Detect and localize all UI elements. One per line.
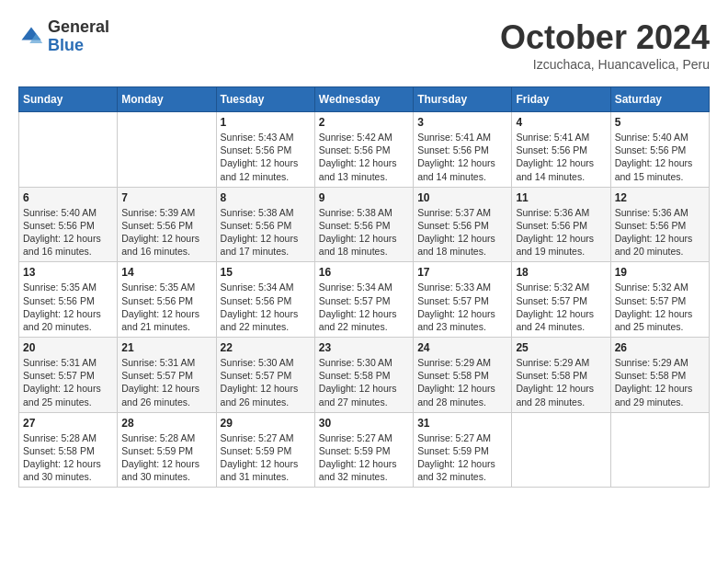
day-info: Sunrise: 5:40 AM Sunset: 5:56 PM Dayligh… [615, 131, 705, 183]
day-number: 27 [23, 417, 113, 430]
calendar-cell: 30Sunrise: 5:27 AM Sunset: 5:59 PM Dayli… [314, 412, 413, 488]
calendar-cell: 2Sunrise: 5:42 AM Sunset: 5:56 PM Daylig… [314, 112, 413, 188]
day-of-week-header: Monday [118, 87, 216, 112]
calendar-cell: 13Sunrise: 5:35 AM Sunset: 5:56 PM Dayli… [19, 262, 118, 338]
day-number: 10 [417, 191, 507, 204]
day-info: Sunrise: 5:33 AM Sunset: 5:57 PM Dayligh… [417, 281, 507, 333]
day-number: 7 [121, 191, 211, 204]
day-info: Sunrise: 5:29 AM Sunset: 5:58 PM Dayligh… [516, 356, 606, 408]
day-of-week-header: Thursday [414, 87, 512, 112]
calendar-cell: 22Sunrise: 5:30 AM Sunset: 5:57 PM Dayli… [216, 338, 314, 413]
calendar-cell: 14Sunrise: 5:35 AM Sunset: 5:56 PM Dayli… [118, 262, 216, 338]
calendar-cell: 26Sunrise: 5:29 AM Sunset: 5:58 PM Dayli… [610, 338, 709, 413]
day-number: 19 [615, 266, 705, 279]
day-info: Sunrise: 5:38 AM Sunset: 5:56 PM Dayligh… [221, 206, 311, 259]
day-info: Sunrise: 5:42 AM Sunset: 5:56 PM Dayligh… [319, 131, 409, 183]
calendar-cell: 11Sunrise: 5:36 AM Sunset: 5:56 PM Dayli… [512, 187, 610, 262]
calendar-table: SundayMondayTuesdayWednesdayThursdayFrid… [18, 86, 710, 488]
day-info: Sunrise: 5:31 AM Sunset: 5:57 PM Dayligh… [23, 356, 113, 408]
day-number: 25 [516, 341, 606, 354]
calendar-cell: 21Sunrise: 5:31 AM Sunset: 5:57 PM Dayli… [118, 338, 216, 413]
day-number: 14 [121, 266, 211, 279]
calendar-cell [512, 412, 610, 488]
calendar-cell: 15Sunrise: 5:34 AM Sunset: 5:56 PM Dayli… [216, 262, 314, 338]
calendar-cell: 8Sunrise: 5:38 AM Sunset: 5:56 PM Daylig… [216, 187, 314, 262]
logo-blue-text: Blue [48, 37, 109, 55]
logo-general-text: General [48, 18, 109, 37]
calendar-cell: 19Sunrise: 5:32 AM Sunset: 5:57 PM Dayli… [610, 262, 709, 338]
day-number: 6 [23, 191, 113, 204]
calendar-cell: 27Sunrise: 5:28 AM Sunset: 5:58 PM Dayli… [19, 412, 118, 488]
day-info: Sunrise: 5:37 AM Sunset: 5:56 PM Dayligh… [417, 206, 507, 259]
calendar-cell: 28Sunrise: 5:28 AM Sunset: 5:59 PM Dayli… [118, 412, 216, 488]
day-info: Sunrise: 5:29 AM Sunset: 5:58 PM Dayligh… [417, 356, 507, 408]
day-number: 11 [516, 191, 606, 204]
day-number: 30 [319, 417, 409, 430]
calendar-cell: 18Sunrise: 5:32 AM Sunset: 5:57 PM Dayli… [512, 262, 610, 338]
day-number: 3 [417, 116, 507, 129]
logo: General Blue [18, 18, 109, 55]
day-info: Sunrise: 5:39 AM Sunset: 5:56 PM Dayligh… [121, 206, 211, 259]
day-info: Sunrise: 5:27 AM Sunset: 5:59 PM Dayligh… [221, 431, 311, 484]
calendar-cell: 20Sunrise: 5:31 AM Sunset: 5:57 PM Dayli… [19, 338, 118, 413]
day-of-week-header: Wednesday [314, 87, 413, 112]
day-number: 26 [615, 341, 705, 354]
calendar-cell: 4Sunrise: 5:41 AM Sunset: 5:56 PM Daylig… [512, 112, 610, 188]
day-info: Sunrise: 5:29 AM Sunset: 5:58 PM Dayligh… [615, 356, 705, 408]
day-info: Sunrise: 5:28 AM Sunset: 5:58 PM Dayligh… [23, 431, 113, 484]
day-of-week-header: Friday [512, 87, 610, 112]
day-number: 13 [23, 266, 113, 279]
day-number: 22 [221, 341, 311, 354]
day-number: 24 [417, 341, 507, 354]
day-number: 18 [516, 266, 606, 279]
day-number: 12 [615, 191, 705, 204]
day-number: 16 [319, 266, 409, 279]
calendar-cell: 3Sunrise: 5:41 AM Sunset: 5:56 PM Daylig… [414, 112, 512, 188]
calendar-cell: 1Sunrise: 5:43 AM Sunset: 5:56 PM Daylig… [216, 112, 314, 188]
day-number: 28 [121, 417, 211, 430]
day-number: 20 [23, 341, 113, 354]
page-header: General Blue October 2024 Izcuchaca, Hua… [18, 18, 710, 72]
day-info: Sunrise: 5:43 AM Sunset: 5:56 PM Dayligh… [221, 131, 311, 183]
day-info: Sunrise: 5:34 AM Sunset: 5:56 PM Dayligh… [221, 281, 311, 333]
day-number: 29 [221, 417, 311, 430]
calendar-cell: 6Sunrise: 5:40 AM Sunset: 5:56 PM Daylig… [19, 187, 118, 262]
day-number: 31 [417, 417, 507, 430]
day-of-week-header: Sunday [19, 87, 118, 112]
day-number: 15 [221, 266, 311, 279]
calendar-cell: 5Sunrise: 5:40 AM Sunset: 5:56 PM Daylig… [610, 112, 709, 188]
calendar-cell: 23Sunrise: 5:30 AM Sunset: 5:58 PM Dayli… [314, 338, 413, 413]
day-number: 2 [319, 116, 409, 129]
calendar-cell: 17Sunrise: 5:33 AM Sunset: 5:57 PM Dayli… [414, 262, 512, 338]
day-info: Sunrise: 5:36 AM Sunset: 5:56 PM Dayligh… [615, 206, 705, 259]
day-number: 8 [221, 191, 311, 204]
day-info: Sunrise: 5:36 AM Sunset: 5:56 PM Dayligh… [516, 206, 606, 259]
day-info: Sunrise: 5:35 AM Sunset: 5:56 PM Dayligh… [121, 281, 211, 333]
calendar-cell [118, 112, 216, 188]
day-info: Sunrise: 5:40 AM Sunset: 5:56 PM Dayligh… [23, 206, 113, 259]
day-info: Sunrise: 5:27 AM Sunset: 5:59 PM Dayligh… [319, 431, 409, 484]
day-info: Sunrise: 5:34 AM Sunset: 5:57 PM Dayligh… [319, 281, 409, 333]
calendar-cell: 9Sunrise: 5:38 AM Sunset: 5:56 PM Daylig… [314, 187, 413, 262]
calendar-cell: 24Sunrise: 5:29 AM Sunset: 5:58 PM Dayli… [414, 338, 512, 413]
day-number: 23 [319, 341, 409, 354]
day-number: 1 [221, 116, 311, 129]
day-info: Sunrise: 5:32 AM Sunset: 5:57 PM Dayligh… [615, 281, 705, 333]
calendar-cell: 16Sunrise: 5:34 AM Sunset: 5:57 PM Dayli… [314, 262, 413, 338]
day-number: 17 [417, 266, 507, 279]
day-info: Sunrise: 5:30 AM Sunset: 5:57 PM Dayligh… [221, 356, 311, 408]
calendar-cell: 25Sunrise: 5:29 AM Sunset: 5:58 PM Dayli… [512, 338, 610, 413]
title-block: October 2024 Izcuchaca, Huancavelica, Pe… [500, 18, 710, 72]
calendar-cell: 7Sunrise: 5:39 AM Sunset: 5:56 PM Daylig… [118, 187, 216, 262]
day-number: 9 [319, 191, 409, 204]
day-of-week-header: Tuesday [216, 87, 314, 112]
day-info: Sunrise: 5:41 AM Sunset: 5:56 PM Dayligh… [417, 131, 507, 183]
day-info: Sunrise: 5:30 AM Sunset: 5:58 PM Dayligh… [319, 356, 409, 408]
day-info: Sunrise: 5:32 AM Sunset: 5:57 PM Dayligh… [516, 281, 606, 333]
day-info: Sunrise: 5:41 AM Sunset: 5:56 PM Dayligh… [516, 131, 606, 183]
day-info: Sunrise: 5:38 AM Sunset: 5:56 PM Dayligh… [319, 206, 409, 259]
calendar-cell [610, 412, 709, 488]
calendar-cell: 29Sunrise: 5:27 AM Sunset: 5:59 PM Dayli… [216, 412, 314, 488]
calendar-cell: 12Sunrise: 5:36 AM Sunset: 5:56 PM Dayli… [610, 187, 709, 262]
calendar-cell: 10Sunrise: 5:37 AM Sunset: 5:56 PM Dayli… [414, 187, 512, 262]
